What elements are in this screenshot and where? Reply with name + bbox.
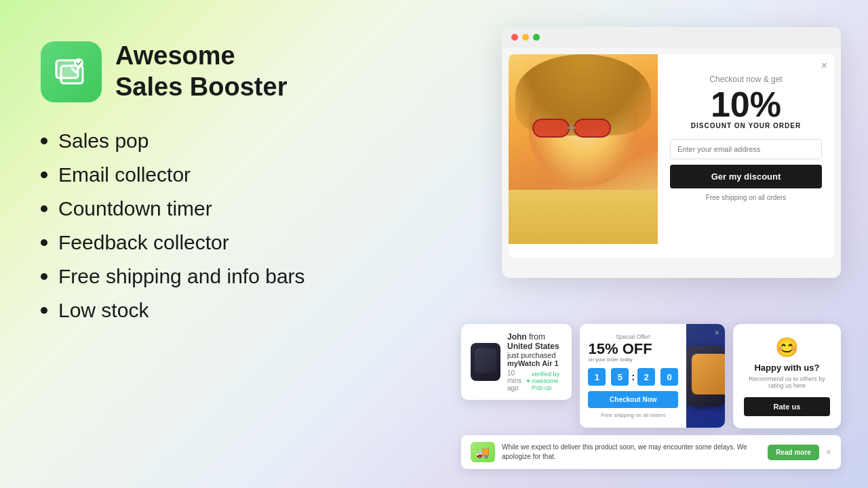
checkout-now-button[interactable]: Checkout Now (588, 391, 678, 408)
browser-bar (502, 27, 841, 47)
read-more-button[interactable]: Read more (768, 445, 819, 460)
svg-point-2 (74, 58, 83, 68)
feedback-subtitle: Recommend us to others by rating us here (744, 375, 830, 389)
browser-dot-yellow (522, 34, 529, 41)
watch-thumbnail (471, 343, 500, 381)
timer-digits: 1 5 : 2 0 (588, 368, 678, 386)
email-input[interactable] (670, 139, 822, 159)
sales-pop-content: John from United States just purchased m… (507, 332, 562, 392)
timer-special-label: Special Offer! (588, 333, 678, 340)
bullet-icon (41, 273, 47, 280)
feature-item-countdown: Countdown timer (41, 197, 414, 220)
sales-pop-widget: John from United States just purchased m… (461, 324, 572, 400)
bullet-icon (41, 138, 47, 144)
bullet-icon (41, 239, 47, 246)
right-section: × Checkout now & get 10% DISCOUNT ON YOU… (502, 27, 841, 278)
timer-watch-image (686, 346, 725, 407)
timer-free-shipping: Free shipping on all orders (588, 412, 678, 418)
app-title: Awesome Sales Booster (115, 41, 287, 102)
timer-close-button[interactable]: × (715, 328, 719, 338)
feedback-widget: 😊 Happy with us? Recommend us to others … (733, 324, 841, 428)
timer-widget: × Special Offer! 15% OFF on your order t… (580, 324, 724, 428)
timer-text-side: Special Offer! 15% OFF on your order tod… (580, 324, 686, 428)
discount-percent: 10% (670, 87, 822, 122)
browser-dot-red (511, 34, 518, 41)
timer-digit-3: 2 (637, 368, 655, 386)
left-section: Awesome Sales Booster Sales pop Email co… (41, 41, 414, 322)
timer-digit-4: 0 (660, 368, 678, 386)
bullet-icon (41, 171, 47, 178)
browser-window: × Checkout now & get 10% DISCOUNT ON YOU… (502, 27, 841, 278)
feature-item-email: Email collector (41, 163, 414, 186)
timer-colon-2: : (631, 368, 635, 386)
person-photo (509, 54, 658, 244)
features-list: Sales pop Email collector Countdown time… (41, 129, 414, 322)
timer-discount-percent: 15% OFF (588, 342, 678, 357)
sales-pop-product: just purchased myWatch Air 1 (507, 351, 562, 367)
feature-item-shipping: Free shipping and info bars (41, 265, 414, 288)
info-bar-text: While we expect to deliver this product … (502, 443, 761, 462)
rate-us-button[interactable]: Rate us (744, 397, 830, 416)
truck-icon: 🚚 (471, 442, 495, 462)
info-bar-close-button[interactable]: × (826, 447, 831, 458)
timer-watch-side (686, 324, 725, 428)
logo-area: Awesome Sales Booster (41, 41, 414, 102)
sales-pop-time: 10 mins ago (507, 369, 521, 392)
popup-close-button[interactable]: × (821, 60, 827, 72)
feedback-emoji: 😊 (744, 336, 830, 359)
info-bar-widget: 🚚 While we expect to deliver this produc… (461, 435, 841, 469)
discount-label: DISCOUNT ON YOUR ORDER (670, 122, 822, 129)
verified-badge: verified by Awesome Pop-up (527, 371, 562, 391)
bullet-icon (41, 307, 47, 314)
get-discount-button[interactable]: Ger my discount (670, 165, 822, 188)
feature-item-feedback: Feedback collector (41, 231, 414, 254)
feature-item-sales-pop: Sales pop (41, 129, 414, 152)
browser-dot-green (533, 34, 540, 41)
checkout-text: Checkout now & get (670, 75, 822, 84)
feature-item-low-stock: Low stock (41, 299, 414, 322)
free-shipping-text: Free shipping on all orders (670, 194, 822, 201)
widgets-top: John from United States just purchased m… (461, 324, 841, 428)
feedback-title: Happy with us? (744, 363, 830, 373)
bullet-icon (41, 205, 47, 212)
sales-pop-name: John from United States (507, 332, 562, 351)
sales-pop-time-row: 10 mins ago verified by Awesome Pop-up (507, 369, 562, 392)
timer-subtext: on your order today (588, 357, 678, 363)
widgets-row: John from United States just purchased m… (461, 324, 841, 469)
timer-digit-1: 1 (588, 368, 606, 386)
timer-content: Special Offer! 15% OFF on your order tod… (580, 324, 724, 428)
discount-popup: × Checkout now & get 10% DISCOUNT ON YOU… (658, 54, 834, 258)
timer-digit-2: 5 (611, 368, 629, 386)
app-logo (41, 41, 102, 102)
browser-content: × Checkout now & get 10% DISCOUNT ON YOU… (509, 54, 834, 258)
